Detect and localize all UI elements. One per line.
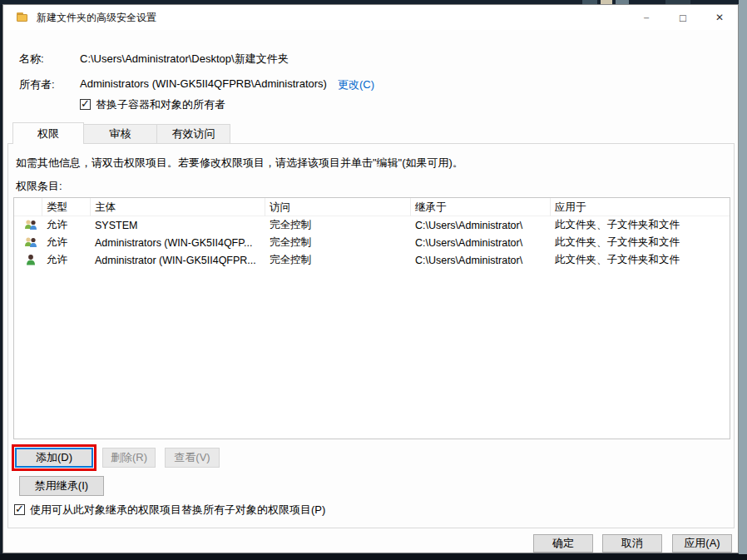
cell-principal: SYSTEM: [91, 220, 265, 231]
view-button[interactable]: 查看(V): [165, 448, 220, 468]
change-owner-link[interactable]: 更改(C): [338, 77, 374, 92]
cell-principal: Administrator (WIN-GK5II4QFPR...: [91, 255, 265, 266]
desktop-background-right: [739, 0, 747, 554]
cell-applies-to: 此文件夹、子文件夹和文件: [551, 253, 730, 267]
cancel-button[interactable]: 取消: [602, 534, 662, 553]
tab-auditing[interactable]: 审核: [84, 124, 157, 144]
permissions-tab-page: 如需其他信息，请双击权限项目。若要修改权限项目，请选择该项目并单击"编辑"(如果…: [7, 143, 735, 528]
cell-inherited-from: C:\Users\Administrator\: [411, 237, 551, 249]
column-header-applies-to[interactable]: 应用于: [551, 198, 730, 216]
apply-button[interactable]: 应用(A): [672, 534, 732, 553]
owner-value: Administrators (WIN-GK5II4QFPRB\Administ…: [80, 77, 327, 90]
window-title: 新建文件夹的高级安全设置: [37, 11, 156, 25]
name-value: C:\Users\Administrator\Desktop\新建文件夹: [80, 52, 289, 67]
cell-type: 允许: [42, 235, 91, 250]
users-group-icon: [24, 219, 37, 232]
tab-strip: 权限 审核 有效访问: [12, 122, 230, 144]
maximize-button[interactable]: □: [665, 5, 701, 30]
column-header-inherited-from[interactable]: 继承于: [411, 198, 551, 216]
desktop-background-bottom: [0, 554, 747, 560]
replace-owner-checkbox-row[interactable]: 替换子容器和对象的所有者: [80, 97, 225, 112]
permission-entries-list[interactable]: 类型 主体 访问 继承于 应用于 允许 SYSTEM 完全控制 C:\Users…: [13, 197, 730, 439]
permission-entries-label: 权限条目:: [16, 179, 62, 194]
cell-access: 完全控制: [265, 235, 411, 250]
name-label: 名称:: [19, 52, 44, 67]
cell-type: 允许: [42, 253, 91, 267]
close-button[interactable]: ✕: [701, 5, 738, 30]
replace-owner-checkbox-label: 替换子容器和对象的所有者: [96, 98, 225, 111]
add-button[interactable]: 添加(D): [15, 448, 93, 468]
cell-access: 完全控制: [265, 253, 411, 267]
advanced-security-settings-dialog: 新建文件夹的高级安全设置 – □ ✕ 名称: C:\Users\Administ…: [2, 4, 739, 553]
titlebar[interactable]: 新建文件夹的高级安全设置 – □ ✕: [3, 5, 738, 30]
user-icon: [24, 254, 37, 267]
table-row[interactable]: 允许 Administrators (WIN-GK5II4QFP... 完全控制…: [14, 234, 730, 251]
replace-child-checkbox-label: 使用可从此对象继承的权限项目替换所有子对象的权限项目(P): [30, 503, 325, 516]
replace-child-checkbox[interactable]: [14, 504, 25, 515]
column-icon-spacer: [14, 198, 42, 216]
table-row[interactable]: 允许 SYSTEM 完全控制 C:\Users\Administrator\ 此…: [14, 216, 730, 234]
minimize-button[interactable]: –: [628, 5, 665, 30]
disable-inheritance-button[interactable]: 禁用继承(I): [19, 476, 104, 496]
column-header-access[interactable]: 访问: [265, 198, 411, 216]
cell-applies-to: 此文件夹、子文件夹和文件: [551, 218, 730, 232]
owner-label: 所有者:: [19, 77, 55, 92]
cell-inherited-from: C:\Users\Administrator\: [411, 220, 551, 231]
folder-icon: [16, 11, 29, 24]
users-group-icon: [24, 236, 37, 250]
tab-permissions[interactable]: 权限: [12, 122, 84, 144]
cell-type: 允许: [42, 218, 91, 232]
ok-button[interactable]: 确定: [533, 534, 593, 553]
list-header-row: 类型 主体 访问 继承于 应用于: [14, 198, 730, 216]
column-header-principal[interactable]: 主体: [91, 198, 265, 216]
replace-owner-checkbox[interactable]: [80, 99, 91, 110]
replace-child-checkbox-row[interactable]: 使用可从此对象继承的权限项目替换所有子对象的权限项目(P): [14, 503, 325, 518]
tab-effective-access[interactable]: 有效访问: [157, 124, 230, 144]
cell-principal: Administrators (WIN-GK5II4QFP...: [91, 237, 265, 249]
cell-inherited-from: C:\Users\Administrator\: [411, 255, 551, 266]
cell-applies-to: 此文件夹、子文件夹和文件: [551, 235, 730, 250]
table-row[interactable]: 允许 Administrator (WIN-GK5II4QFPR... 完全控制…: [14, 251, 730, 269]
column-header-type[interactable]: 类型: [42, 198, 91, 216]
remove-button[interactable]: 删除(R): [102, 448, 156, 468]
instruction-text: 如需其他信息，请双击权限项目。若要修改权限项目，请选择该项目并单击"编辑"(如果…: [16, 156, 463, 171]
cell-access: 完全控制: [265, 218, 411, 232]
